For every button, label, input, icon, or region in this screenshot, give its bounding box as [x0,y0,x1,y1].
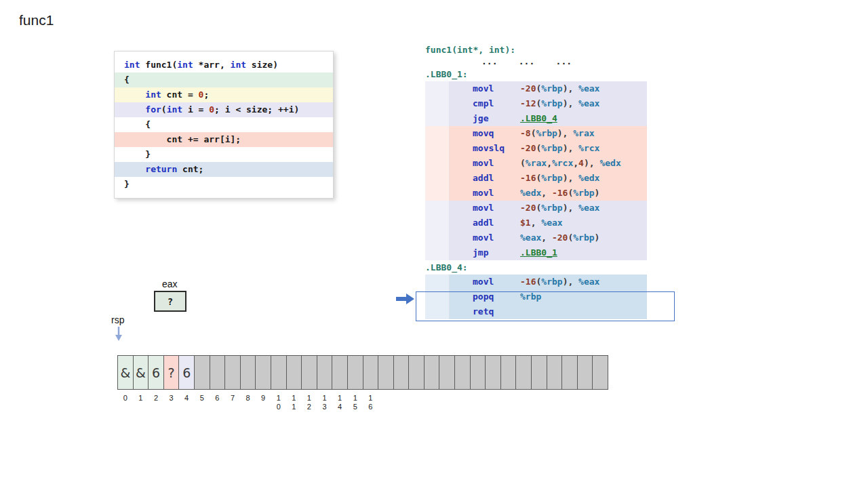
memory-cell-index: 9 [255,394,271,403]
asm-operands: -12(%rbp), %eax [520,98,599,108]
memory-cell-index: 14 [332,394,348,411]
asm-operands: -20(%rbp), %eax [520,203,599,213]
asm-mnemonic: addl [473,216,520,230]
c-code-line: cnt += arr[i]; [115,132,333,147]
asm-block-label: .LBB0_1: [425,67,647,81]
memory-cell: 62 [148,355,164,403]
rsp-arrow-icon [115,327,123,342]
asm-operands: .LBB0_1 [520,247,557,258]
asm-mnemonic: movslq [473,141,520,156]
memory-cell-value [500,355,517,390]
asm-instruction-row: movq-8(%rbp), %rax [425,126,647,141]
asm-instruction-row: cmpl-12(%rbp), %eax [425,96,647,111]
memory-cell-index: 8 [240,394,256,403]
memory-cell-index: 0 [117,394,134,403]
asm-operands: (%rax,%rcx,4), %edx [520,158,621,168]
rsp-pointer-label: rsp [111,314,124,325]
memory-cell: 13 [317,355,333,411]
asm-row-gutter [425,186,450,201]
asm-row-gutter [425,274,450,289]
asm-mnemonic: movq [473,126,520,141]
asm-instruction-row: addl$1, %eax [425,216,647,230]
asm-operands: -8(%rbp), %rax [520,128,595,138]
memory-cell [470,355,486,394]
memory-cell-value: & [133,355,149,390]
memory-cell-value [332,355,348,390]
memory-cell-value [378,355,394,390]
memory-cell-value [271,355,287,390]
asm-operands: -16(%rbp), %eax [520,277,599,287]
asm-row-gutter [425,141,450,156]
asm-instruction-row: jmp.LBB0_1 [425,245,647,260]
memory-cell [547,355,563,394]
memory-cell: 8 [240,355,256,403]
memory-cell-index: 12 [301,394,317,411]
memory-cell: 16 [363,355,379,411]
memory-cell [515,355,532,394]
c-code-line: int func1(int *arr, int size) [115,58,333,73]
memory-cell-index: 5 [194,394,210,403]
c-code-line: { [115,117,333,132]
memory-cell-index: 7 [224,394,241,403]
memory-cell: 15 [347,355,363,411]
memory-cell-value [286,355,302,390]
memory-cell-value [470,355,486,390]
memory-cell: 12 [301,355,317,411]
c-code-panel: int func1(int *arr, int size){ int cnt =… [114,51,334,199]
asm-instruction-row: addl-16(%rbp), %edx [425,171,647,186]
memory-cell: 64 [178,355,195,403]
memory-cell [439,355,455,394]
memory-cell-value [561,355,578,390]
memory-cell [531,355,547,394]
memory-cell [378,355,394,394]
current-instruction-arrow-icon [396,293,414,304]
memory-cell-value [317,355,333,390]
memory-cell-value [547,355,563,390]
asm-operands: %eax, -20(%rbp) [520,232,599,243]
asm-row-gutter [425,245,450,260]
memory-cell: 9 [255,355,271,403]
memory-cell-value [531,355,547,390]
memory-cell-value [408,355,425,390]
memory-cell [408,355,425,394]
memory-cell-value [347,355,363,390]
asm-mnemonic: jmp [473,245,520,260]
c-code-line: for(int i = 0; i < size; ++i) [115,102,333,117]
memory-cell [500,355,517,394]
memory-cell: ?3 [163,355,180,403]
asm-instruction-row: movl-20(%rbp), %eax [425,201,647,216]
memory-cell: 7 [224,355,241,403]
asm-mnemonic: addl [473,171,520,186]
c-code-line: } [115,147,333,162]
eax-register-value: ? [167,296,173,307]
memory-cell-value: 6 [178,355,195,390]
memory-cell-value [424,355,440,390]
memory-cell-value [577,355,593,390]
memory-cell [592,355,608,394]
memory-cell-value: ? [163,355,180,390]
memory-cell-value [210,355,226,390]
memory-cell-value [363,355,379,390]
c-code-line: } [115,177,333,192]
memory-cell-index: 1 [133,394,149,403]
memory-cell [485,355,501,394]
asm-row-gutter [425,126,450,141]
asm-row-gutter [425,111,450,126]
memory-cell-value [485,355,501,390]
memory-cell: 11 [286,355,302,411]
eax-register-box: ? [154,291,186,312]
c-code-line: return cnt; [115,162,333,177]
memory-cell [424,355,440,394]
slide-canvas: func1 int func1(int *arr, int size){ int… [0,0,868,488]
asm-row-gutter [425,171,450,186]
asm-mnemonic: movl [473,201,520,216]
memory-cell: &1 [133,355,149,403]
asm-mnemonic: jge [473,111,520,126]
memory-cell: 5 [194,355,210,403]
asm-operands: -20(%rbp), %rcx [520,143,599,153]
memory-cell [393,355,410,394]
eax-register-label: eax [162,279,178,289]
memory-cell-index: 13 [317,394,333,411]
asm-block-label: .LBB0_4: [425,260,647,274]
asm-operands: $1, %eax [520,218,563,228]
